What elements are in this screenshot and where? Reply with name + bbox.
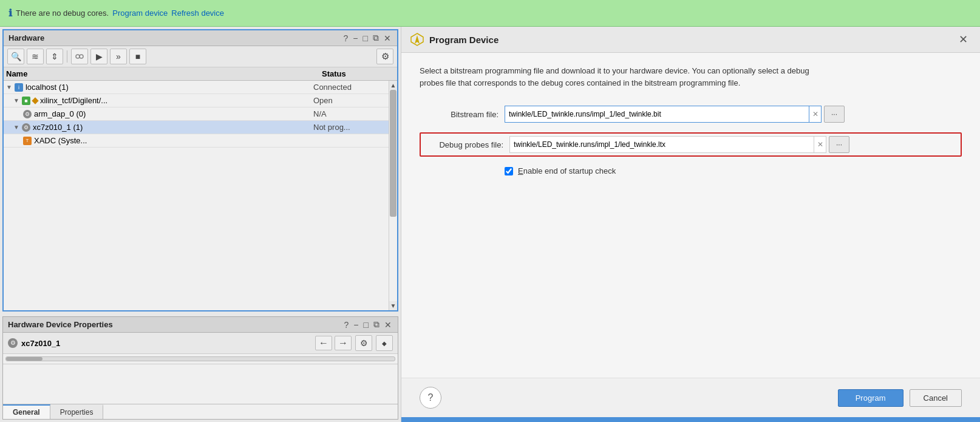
hdp-scroll-thumb xyxy=(6,357,43,361)
hdp-help-btn[interactable]: ? xyxy=(343,320,350,330)
gear-small-icon: ⚙ xyxy=(23,110,32,118)
xc7z010-status: Not prog... xyxy=(313,123,386,132)
tree-row-arm-name: ⚙ arm_dap_0 (0) xyxy=(23,109,313,118)
tree-row-xilinx[interactable]: ▼ ■ xilinx_tcf/Digilent/... Open xyxy=(4,94,389,107)
bottom-progress-bar xyxy=(401,417,980,422)
hdp-maximize-btn[interactable]: □ xyxy=(362,320,370,330)
main-layout: Hardware ? − □ ⧉ ✕ 🔍 ≋ ⇕ ▶ » ■ xyxy=(0,27,980,422)
tree-content: ▼ i localhost (1) Connected ▼ ■ xilinx_t… xyxy=(4,81,397,310)
expand-button[interactable]: ⇕ xyxy=(46,49,63,64)
startup-check-label: Enable end of startup check xyxy=(518,166,616,175)
bitstream-browse-btn[interactable]: ··· xyxy=(824,106,845,123)
debug-clear-btn[interactable]: ✕ xyxy=(814,136,826,153)
chip-icon: ■ xyxy=(22,97,30,105)
footer-help-button[interactable]: ? xyxy=(420,387,441,409)
search-button[interactable]: 🔍 xyxy=(7,49,24,64)
checkbox-row: Enable end of startup check xyxy=(505,166,962,175)
hardware-maximize-btn[interactable]: □ xyxy=(362,33,369,43)
bitstream-input[interactable] xyxy=(505,106,809,123)
hdp-navigation: ← → xyxy=(315,336,352,350)
connect-button[interactable] xyxy=(71,49,88,64)
tree-header: Name Status xyxy=(4,67,397,81)
hdp-restore-btn[interactable]: ⧉ xyxy=(372,319,381,330)
bitstream-clear-btn[interactable]: ✕ xyxy=(809,106,822,123)
hdp-toolbar: ⚙ xc7z010_1 ← → ⚙ ◆ xyxy=(3,333,398,354)
run-button[interactable]: ▶ xyxy=(90,49,107,64)
hdp-settings-btn[interactable]: ⚙ xyxy=(355,335,372,351)
tree-row-arm[interactable]: ⚙ arm_dap_0 (0) N/A xyxy=(4,107,389,121)
hardware-panel-controls: ? − □ ⧉ ✕ xyxy=(342,33,392,43)
tree-row-localhost-name: ▼ i localhost (1) xyxy=(6,83,313,92)
hdp-minimize-btn[interactable]: − xyxy=(352,320,359,330)
chevron-icon: ▼ xyxy=(13,97,19,104)
tree-row-xc7z010[interactable]: ▼ ⚙ xc7z010_1 (1) Not prog... xyxy=(4,121,389,134)
hdp-device-name: xc7z010_1 xyxy=(21,339,311,348)
xilinx-label: xilinx_tcf/Digilent/... xyxy=(40,96,107,105)
program-device-dialog: Program Device ✕ Select a bitstream prog… xyxy=(401,27,980,422)
notification-message: There are no debug cores. xyxy=(16,9,109,18)
hardware-restore-btn[interactable]: ⧉ xyxy=(372,33,380,43)
left-panel: Hardware ? − □ ⧉ ✕ 🔍 ≋ ⇕ ▶ » ■ xyxy=(0,27,401,422)
tab-general[interactable]: General xyxy=(3,404,50,419)
footer-actions: Program Cancel xyxy=(838,389,962,407)
hdp-panel: Hardware Device Properties ? − □ ⧉ ✕ ⚙ x… xyxy=(2,316,398,420)
tree-row-localhost[interactable]: ▼ i localhost (1) Connected xyxy=(4,81,389,94)
debug-label: Debug probes file: xyxy=(424,140,503,149)
hdp-close-btn[interactable]: ✕ xyxy=(383,320,393,330)
dialog-title-left: Program Device xyxy=(410,32,499,47)
collapse-all-button[interactable]: ≋ xyxy=(27,49,44,64)
tree-scrollbar[interactable]: ▲ ▼ xyxy=(389,81,397,310)
tree-row-xilinx-name: ▼ ■ xilinx_tcf/Digilent/... xyxy=(13,96,313,105)
localhost-label: localhost (1) xyxy=(26,83,69,92)
bitstream-input-wrapper: ✕ ··· xyxy=(505,106,845,123)
startup-check-checkbox[interactable] xyxy=(505,167,513,175)
hardware-minimize-btn[interactable]: − xyxy=(352,33,359,43)
hardware-toolbar: 🔍 ≋ ⇕ ▶ » ■ ⚙ xyxy=(4,46,397,67)
device-icon: i xyxy=(15,83,23,92)
hardware-close-btn[interactable]: ✕ xyxy=(383,33,392,43)
scroll-track[interactable] xyxy=(389,90,397,301)
hdp-panel-controls: ? − □ ⧉ ✕ xyxy=(343,319,393,330)
hardware-help-btn[interactable]: ? xyxy=(342,33,350,43)
refresh-device-link[interactable]: Refresh device xyxy=(171,9,224,18)
hardware-panel-title: Hardware xyxy=(9,33,44,43)
tree-row-xc7z010-name: ▼ ⚙ xc7z010_1 (1) xyxy=(13,123,313,132)
hdp-forward-btn[interactable]: → xyxy=(335,336,352,350)
debug-probes-row: Debug probes file: ✕ ··· xyxy=(420,132,962,157)
checkbox-label-text: nable end of startup check xyxy=(523,166,616,175)
bitstream-row: Bitstream file: ✕ ··· xyxy=(420,106,962,123)
bitstream-label: Bitstream file: xyxy=(420,110,499,119)
hdp-back-btn[interactable]: ← xyxy=(315,336,332,350)
hdp-diamond-btn[interactable]: ◆ xyxy=(376,335,393,351)
cancel-button[interactable]: Cancel xyxy=(910,389,962,407)
column-name-header: Name xyxy=(6,69,322,78)
tab-properties[interactable]: Properties xyxy=(50,404,104,419)
arm-label: arm_dap_0 (0) xyxy=(34,109,86,118)
scroll-down-arrow[interactable]: ▼ xyxy=(389,301,397,310)
dialog-description: Select a bitstream programming file and … xyxy=(420,65,832,89)
settings-button[interactable]: ⚙ xyxy=(376,49,393,64)
debug-input[interactable] xyxy=(509,136,814,153)
hdp-horizontal-scrollbar[interactable] xyxy=(5,356,395,361)
localhost-status: Connected xyxy=(313,83,386,92)
scroll-up-arrow[interactable]: ▲ xyxy=(389,81,397,90)
program-button[interactable]: Program xyxy=(838,389,903,407)
xilinx-logo-icon xyxy=(410,32,424,47)
debug-input-wrapper: ✕ ··· xyxy=(509,136,849,153)
program-device-link[interactable]: Program device xyxy=(112,9,168,18)
dialog-close-button[interactable]: ✕ xyxy=(955,32,971,47)
toolbar-separator-1 xyxy=(67,50,67,63)
debug-browse-btn[interactable]: ··· xyxy=(829,136,849,153)
hdp-content-area xyxy=(3,364,398,404)
notification-bar: ℹ There are no debug cores. Program devi… xyxy=(0,0,980,27)
hdp-tabs: General Properties xyxy=(3,404,398,419)
svg-point-1 xyxy=(80,55,83,58)
xadc-icon: T xyxy=(23,137,32,145)
svg-marker-4 xyxy=(415,35,420,44)
xilinx-status: Open xyxy=(313,96,386,105)
tree-row-xadc-name: T XADC (Syste... xyxy=(23,136,313,145)
tree-row-xadc[interactable]: T XADC (Syste... xyxy=(4,134,389,148)
forward-button[interactable]: » xyxy=(110,49,127,64)
hdp-scroll-area xyxy=(3,354,398,364)
stop-button[interactable]: ■ xyxy=(129,49,146,64)
